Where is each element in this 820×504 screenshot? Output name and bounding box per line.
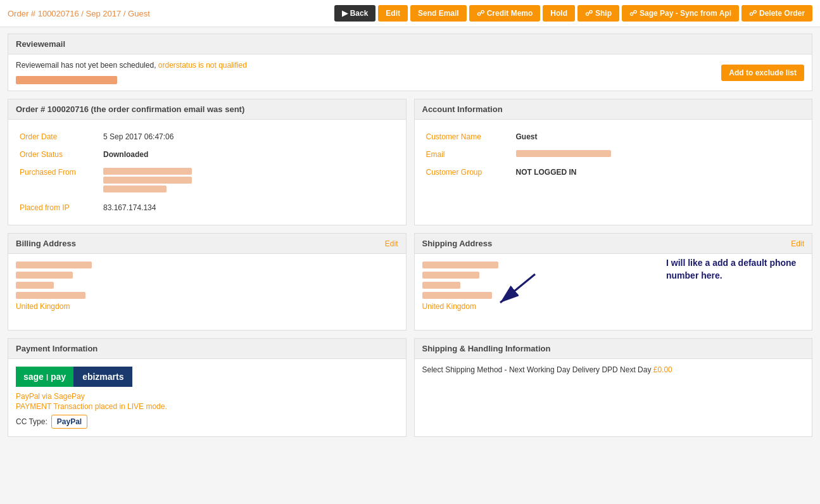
shipping-address-body: United Kingdom I will like a add a defau… bbox=[415, 254, 812, 330]
paypal-badge: PayPal bbox=[51, 415, 87, 429]
shipping-country: United Kingdom bbox=[422, 302, 805, 311]
order-status-label: Order Status bbox=[17, 146, 99, 163]
payment-info-header: Payment Information bbox=[8, 339, 406, 359]
order-info-card: Order # 100020716 (the order confirmatio… bbox=[8, 99, 407, 225]
account-info-card: Account Information Customer Name Guest … bbox=[414, 99, 813, 225]
payment-info-card: Payment Information sage | pay ebizmarts… bbox=[8, 338, 407, 437]
edit-button[interactable]: Edit bbox=[378, 5, 408, 22]
ship-button[interactable]: ☍ Ship bbox=[577, 5, 619, 22]
toolbar: Order # 100020716 / Sep 2017 / Guest ▶ B… bbox=[0, 0, 820, 27]
credit-memo-button[interactable]: ☍ Credit Memo bbox=[469, 5, 541, 22]
billing-address-card: Billing Address Edit United Kingdom bbox=[8, 233, 407, 331]
purchased-blurred-1 bbox=[103, 168, 192, 175]
review-email-status: Reviewemail has not yet been scheduled, … bbox=[16, 61, 721, 70]
customer-name-row: Customer Name Guest bbox=[424, 129, 804, 145]
placed-from-ip-value: 83.167.174.134 bbox=[101, 199, 397, 216]
billing-edit-link[interactable]: Edit bbox=[385, 239, 398, 248]
billing-blurred-1 bbox=[16, 261, 92, 268]
annotation-container: I will like a add a default phone number… bbox=[666, 257, 805, 282]
account-info-body: Customer Name Guest Email Customer Group… bbox=[415, 120, 812, 189]
payment-live: PAYMENT Transaction placed in LIVE mode. bbox=[16, 402, 398, 411]
shipping-handling-card: Shipping & Handling Information Select S… bbox=[414, 338, 813, 437]
purchased-blurred-3 bbox=[103, 186, 167, 192]
email-label: Email bbox=[424, 146, 512, 163]
customer-name-value: Guest bbox=[514, 129, 804, 145]
customer-group-value: NOT LOGGED IN bbox=[514, 164, 804, 180]
placed-from-ip-label: Placed from IP bbox=[17, 199, 99, 216]
order-date-row: Order Date 5 Sep 2017 06:47:06 bbox=[17, 129, 397, 145]
shipping-blurred-3 bbox=[422, 282, 460, 289]
credit-memo-icon: ☍ bbox=[477, 9, 484, 18]
billing-address-body: United Kingdom bbox=[8, 254, 406, 318]
send-email-button[interactable]: Send Email bbox=[410, 5, 467, 22]
order-status-row: Order Status Downloaded bbox=[17, 146, 397, 163]
annotation-arrow bbox=[491, 271, 541, 311]
purchased-blurred-2 bbox=[103, 177, 192, 184]
billing-country: United Kingdom bbox=[16, 302, 398, 311]
shipping-address-card: Shipping Address Edit United Kingdom I w… bbox=[414, 233, 813, 331]
sage-pay-icon: ☍ bbox=[629, 9, 637, 18]
shipping-edit-link[interactable]: Edit bbox=[791, 239, 804, 248]
review-email-header: Reviewemail bbox=[8, 34, 812, 54]
blurred-email-info bbox=[16, 76, 117, 84]
sage-logo: sage | pay bbox=[16, 367, 73, 387]
purchased-from-row: Purchased From bbox=[17, 164, 397, 198]
review-email-body: Reviewemail has not yet been scheduled, … bbox=[8, 54, 812, 91]
email-value bbox=[514, 146, 804, 163]
order-info-header: Order # 100020716 (the order confirmatio… bbox=[8, 99, 406, 120]
shipping-method-text: Select Shipping Method - Next Working Da… bbox=[415, 359, 812, 381]
review-email-left: Reviewemail has not yet been scheduled, … bbox=[16, 61, 721, 84]
main-content: Reviewemail Reviewemail has not yet been… bbox=[0, 27, 820, 451]
shipping-blurred-1 bbox=[422, 261, 498, 268]
delete-order-button[interactable]: ☍ Delete Order bbox=[741, 5, 812, 22]
payment-info-body: sage | pay ebizmarts PayPal via SagePay … bbox=[8, 359, 406, 436]
review-email-section: Reviewemail Reviewemail has not yet been… bbox=[8, 34, 812, 91]
shipping-blurred-4 bbox=[422, 292, 492, 299]
paypal-via: PayPal via SagePay bbox=[16, 392, 398, 401]
sage-pay-button[interactable]: ☍ Sage Pay - Sync from Api bbox=[622, 5, 739, 22]
annotation-text: I will like a add a default phone number… bbox=[666, 257, 805, 282]
shipping-blurred-2 bbox=[422, 272, 479, 279]
billing-blurred-4 bbox=[16, 292, 85, 299]
address-row: Billing Address Edit United Kingdom Ship… bbox=[8, 233, 812, 331]
order-account-row: Order # 100020716 (the order confirmatio… bbox=[8, 99, 812, 225]
add-to-exclude-button[interactable]: Add to exclude list bbox=[721, 65, 804, 81]
orderstatus-link[interactable]: orderstatus is not qualified bbox=[158, 61, 247, 70]
customer-group-row: Customer Group NOT LOGGED IN bbox=[424, 164, 804, 180]
page-title: Order # 100020716 / Sep 2017 / Guest bbox=[8, 9, 325, 18]
ship-icon: ☍ bbox=[585, 9, 593, 18]
account-info-table: Customer Name Guest Email Customer Group… bbox=[422, 127, 805, 182]
shipping-handling-header: Shipping & Handling Information bbox=[415, 339, 812, 359]
customer-name-label: Customer Name bbox=[424, 129, 512, 145]
payment-logo: sage | pay ebizmarts bbox=[16, 367, 398, 387]
back-button[interactable]: ▶ Back bbox=[334, 5, 376, 22]
purchased-from-label: Purchased From bbox=[17, 164, 99, 198]
svg-line-1 bbox=[500, 274, 535, 303]
shipping-address-header: Shipping Address Edit bbox=[415, 234, 812, 254]
delete-icon: ☍ bbox=[749, 9, 757, 18]
customer-group-label: Customer Group bbox=[424, 164, 512, 180]
purchased-from-value bbox=[101, 164, 397, 198]
email-row: Email bbox=[424, 146, 804, 163]
email-blurred bbox=[516, 150, 611, 157]
payment-shipping-row: Payment Information sage | pay ebizmarts… bbox=[8, 338, 812, 437]
hold-button[interactable]: Hold bbox=[543, 5, 575, 22]
order-info-body: Order Date 5 Sep 2017 06:47:06 Order Sta… bbox=[8, 120, 406, 225]
ebiz-logo: ebizmarts bbox=[73, 367, 132, 387]
cc-type-label: CC Type: bbox=[16, 417, 47, 426]
shipping-price: £0.00 bbox=[653, 365, 672, 374]
cc-type-row: CC Type: PayPal bbox=[16, 415, 398, 429]
billing-blurred-2 bbox=[16, 272, 73, 279]
placed-from-ip-row: Placed from IP 83.167.174.134 bbox=[17, 199, 397, 216]
order-status-value: Downloaded bbox=[101, 146, 397, 163]
order-info-table: Order Date 5 Sep 2017 06:47:06 Order Sta… bbox=[16, 127, 398, 217]
account-info-header: Account Information bbox=[415, 99, 812, 120]
billing-address-header: Billing Address Edit bbox=[8, 234, 406, 254]
billing-blurred-3 bbox=[16, 282, 54, 289]
back-icon: ▶ bbox=[342, 9, 348, 18]
order-date-value: 5 Sep 2017 06:47:06 bbox=[101, 129, 397, 145]
order-date-label: Order Date bbox=[17, 129, 99, 145]
